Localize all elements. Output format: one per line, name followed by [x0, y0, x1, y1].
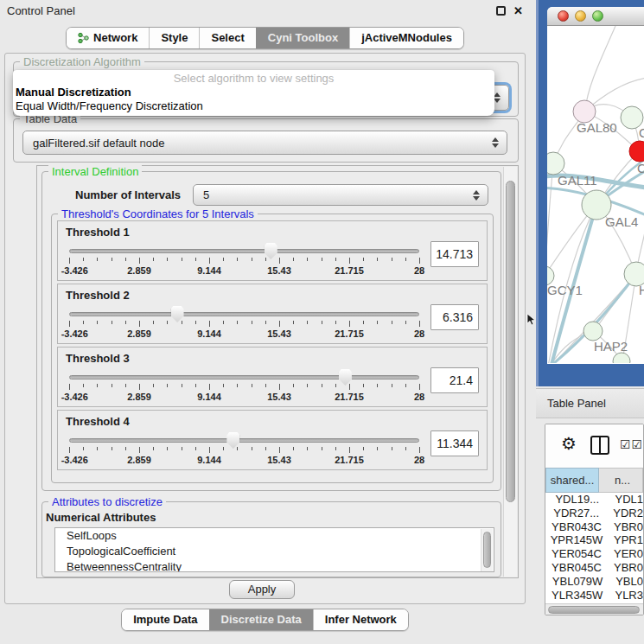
tab-network[interactable]: Network — [67, 28, 149, 48]
tab-label: Impute Data — [133, 609, 197, 630]
attribute-item[interactable]: BetweennessCentrality — [55, 559, 494, 572]
float-window-icon[interactable] — [496, 6, 506, 16]
table-panel-title: Table Panel — [547, 397, 606, 410]
table-horizontal-scrollbar[interactable] — [545, 603, 643, 615]
tab-style[interactable]: Style — [149, 28, 199, 48]
node-label: G — [639, 125, 644, 140]
table-panel-titlebar: Table Panel — [536, 388, 644, 418]
split-view-icon[interactable] — [590, 436, 609, 455]
tab-label: Cyni Toolbox — [268, 28, 338, 48]
tab-label: Select — [211, 28, 244, 48]
numerical-attributes-label: Numerical Attributes — [46, 511, 156, 524]
threshold-value-field[interactable]: 11.344 — [430, 430, 479, 456]
attribute-item[interactable]: SelfLoops — [55, 528, 494, 544]
cell-name: YLR3 — [609, 589, 643, 603]
cell-shared-name: YER054C — [545, 547, 608, 561]
mouse-cursor-icon — [526, 313, 537, 327]
cell-shared-name: YBL079W — [545, 575, 609, 589]
threshold-label: Threshold 1 — [66, 226, 479, 239]
network-canvas[interactable]: GAL80GCGAL11GAL4GCY1HHAP2 — [547, 26, 644, 363]
control-panel-titlebar: Control Panel ✕ — [0, 0, 530, 22]
node-label: C — [637, 161, 644, 175]
network-node[interactable] — [613, 353, 630, 363]
cell-shared-name: YBR043C — [545, 520, 608, 534]
panel-title: Control Panel — [7, 4, 75, 17]
popup-option[interactable]: Equal Width/Frequency Discretization — [13, 99, 494, 113]
attributes-scrollbar[interactable] — [481, 529, 493, 572]
tab-cyni-toolbox[interactable]: Cyni Toolbox — [256, 28, 349, 48]
table-data-combobox[interactable]: galFiltered.sif default node — [22, 131, 507, 155]
thresholds-group: Threshold's Coordinates for 5 Intervals … — [51, 214, 494, 483]
popup-option[interactable]: Manual Discretization — [13, 86, 494, 99]
popup-prompt: Select algorithm to view settings — [13, 72, 494, 86]
table-row[interactable]: YLR345WYLR3 — [545, 589, 643, 603]
column-header-name[interactable]: n... — [599, 468, 643, 493]
network-icon — [78, 32, 89, 44]
combo-arrows-icon — [492, 137, 499, 148]
interval-definition-group: Interval Definition Number of Intervals … — [41, 171, 501, 491]
cyni-toolbox-panel: Discretization Algorithm Select algorith… — [4, 53, 526, 604]
close-traffic-light-icon[interactable] — [558, 10, 569, 22]
threshold-panel-2: Threshold 2-3.4262.8599.14415.4321.71528… — [57, 284, 488, 344]
tab-select[interactable]: Select — [199, 28, 255, 48]
minimize-traffic-light-icon[interactable] — [575, 10, 586, 22]
node-label: GAL80 — [577, 120, 617, 135]
threshold-slider[interactable]: -3.4262.8599.14415.4321.71528 — [69, 241, 419, 279]
combo-value: 5 — [203, 188, 209, 201]
threshold-value-field[interactable]: 21.4 — [430, 367, 479, 393]
settings-scroll-viewport: Interval Definition Number of Intervals … — [36, 165, 519, 578]
group-title: Threshold's Coordinates for 5 Intervals — [58, 207, 258, 220]
threshold-slider[interactable]: -3.4262.8599.14415.4321.71528 — [69, 430, 419, 469]
cell-name: YBR0 — [608, 561, 643, 575]
close-icon[interactable]: ✕ — [513, 6, 523, 16]
column-header-shared-name[interactable]: shared... — [545, 468, 599, 493]
network-node-hap2[interactable] — [583, 322, 603, 341]
cell-shared-name: YLR345W — [545, 589, 609, 603]
table-row[interactable]: YBL079WYBL0 — [545, 575, 643, 589]
tab-discretize-data[interactable]: Discretize Data — [209, 609, 313, 630]
cell-name: YPR1 — [608, 533, 643, 547]
algorithm-dropdown-popup: Select algorithm to view settings Manual… — [13, 70, 494, 116]
table-row[interactable]: YDR27...YDR2 — [545, 507, 643, 520]
threshold-value-field[interactable]: 14.713 — [430, 241, 479, 267]
cell-name: YDR2 — [607, 507, 643, 520]
tab-jactivemnodules[interactable]: jActiveMNodules — [349, 28, 463, 48]
node-label: GCY1 — [547, 283, 583, 297]
network-window-titlebar[interactable] — [547, 7, 644, 26]
cell-name: YDL1 — [609, 493, 643, 507]
threshold-slider[interactable]: -3.4262.8599.14415.4321.71528 — [69, 304, 419, 342]
cell-name: YBR0 — [608, 520, 643, 534]
table-row[interactable]: YDL19...YDL1 — [545, 493, 643, 507]
combo-value: galFiltered.sif default node — [33, 137, 164, 150]
table-row[interactable]: YBR043CYBR0 — [545, 520, 643, 534]
threshold-label: Threshold 4 — [66, 415, 479, 428]
tab-impute-data[interactable]: Impute Data — [122, 609, 208, 630]
table-rows: YDL19...YDL1YDR27...YDR2YBR043CYBR0YPR14… — [545, 493, 643, 603]
attributes-list[interactable]: SelfLoopsTopologicalCoefficientBetweenne… — [54, 527, 494, 572]
table-row[interactable]: YER054CYER0 — [545, 547, 643, 561]
table-data-group: Table Data galFiltered.sif default node — [13, 118, 519, 163]
threshold-value-field[interactable]: 6.316 — [430, 304, 479, 330]
tab-infer-network[interactable]: Infer Network — [313, 609, 408, 630]
table-row[interactable]: YPR145WYPR1 — [545, 533, 643, 547]
network-node-gal11[interactable] — [547, 152, 564, 175]
settings-vertical-scrollbar[interactable] — [503, 167, 517, 577]
threshold-panel-4: Threshold 4-3.4262.8599.14415.4321.71528… — [57, 410, 488, 470]
number-of-intervals-combobox[interactable]: 5 — [193, 184, 488, 206]
gear-icon[interactable]: ⚙ — [561, 433, 577, 454]
cell-shared-name: YPR145W — [545, 533, 608, 547]
number-of-intervals-label: Number of Intervals — [75, 188, 181, 201]
node-label: HAP2 — [594, 339, 628, 354]
tab-label: Network — [93, 28, 137, 48]
group-title: Interval Definition — [48, 165, 142, 178]
attribute-item[interactable]: TopologicalCoefficient — [55, 544, 494, 559]
cell-name: YER0 — [608, 547, 643, 561]
zoom-traffic-light-icon[interactable] — [592, 10, 603, 22]
threshold-slider[interactable]: -3.4262.8599.14415.4321.71528 — [69, 367, 419, 405]
apply-button[interactable]: Apply — [229, 580, 295, 599]
table-row[interactable]: YBR045CYBR0 — [545, 561, 643, 575]
select-columns-icon[interactable]: ☑☑ — [620, 437, 643, 451]
node-label: H — [639, 283, 644, 297]
cell-shared-name: YDR27... — [545, 507, 607, 520]
tab-label: Infer Network — [325, 609, 397, 630]
